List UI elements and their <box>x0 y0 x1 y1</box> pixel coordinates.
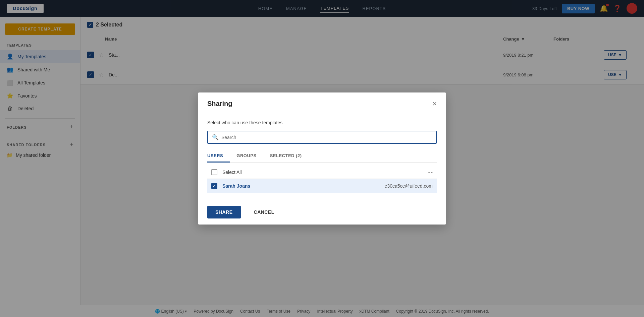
user-list-header: Select All - - <box>207 166 437 179</box>
modal-footer: SHARE CANCEL <box>198 200 446 225</box>
tab-selected[interactable]: SELECTED (2) <box>270 150 309 163</box>
modal-tabs: USERS GROUPS SELECTED (2) <box>207 150 437 163</box>
select-all-checkbox[interactable] <box>211 169 217 175</box>
user-row-sarah[interactable]: ✓ Sarah Joans e30ca5ce@uifeed.com <box>207 179 437 193</box>
user-email: e30ca5ce@uifeed.com <box>385 183 433 189</box>
search-input[interactable] <box>221 135 432 140</box>
modal-header: Sharing × <box>198 92 446 113</box>
select-all-dash: - - <box>428 170 433 175</box>
tab-groups[interactable]: GROUPS <box>236 150 263 163</box>
cancel-button[interactable]: CANCEL <box>246 206 282 218</box>
search-icon: 🔍 <box>212 134 219 140</box>
search-box: 🔍 <box>207 131 437 144</box>
sharing-modal: Sharing × Select who can use these templ… <box>198 92 446 225</box>
sarah-checkbox[interactable]: ✓ <box>211 183 217 189</box>
modal-subtitle: Select who can use these templates <box>207 120 437 125</box>
close-icon[interactable]: × <box>432 100 437 108</box>
modal-overlay: Sharing × Select who can use these templ… <box>0 0 644 317</box>
select-all-label: Select All <box>222 170 423 175</box>
modal-body: Select who can use these templates 🔍 USE… <box>198 113 446 200</box>
modal-title: Sharing <box>207 100 232 108</box>
tab-users[interactable]: USERS <box>207 150 230 163</box>
user-name: Sarah Joans <box>222 183 380 189</box>
share-button[interactable]: SHARE <box>207 206 241 218</box>
